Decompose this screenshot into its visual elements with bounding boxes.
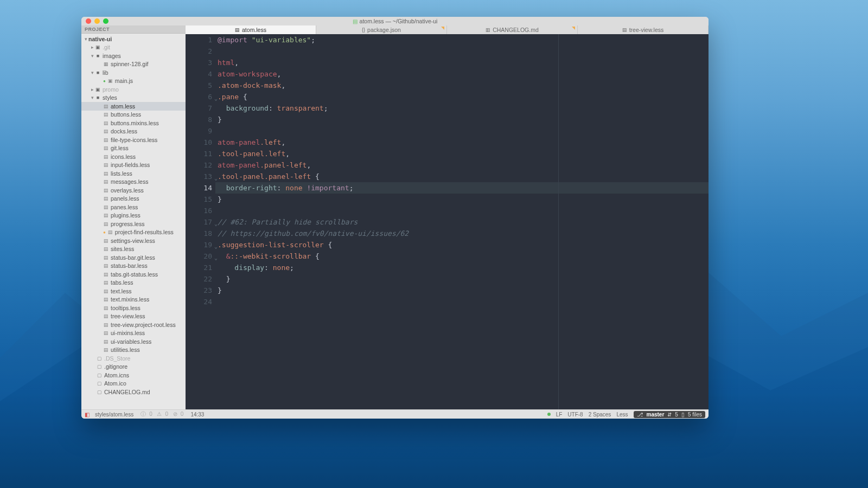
tree-file[interactable]: ▤settings-view.less: [81, 236, 186, 245]
chevron-right-icon[interactable]: ▸: [90, 87, 95, 92]
code-line[interactable]: &::-webkit-scrollbar {: [215, 251, 709, 262]
tree-file[interactable]: ▤ui-mixins.less: [81, 329, 186, 338]
chevron-right-icon[interactable]: ▸: [90, 44, 95, 50]
code-area[interactable]: @import "ui-variables"; html,atom-worksp…: [215, 34, 709, 409]
tree-file[interactable]: ▢.DS_Store: [81, 354, 186, 363]
code-line[interactable]: html,: [215, 57, 709, 68]
tree-file[interactable]: ▤lists.less: [81, 169, 186, 178]
tree-file[interactable]: ▤status-bar.less: [81, 262, 186, 271]
tree-file[interactable]: ▦ spinner-128.gif: [81, 60, 186, 69]
code-line[interactable]: }: [215, 194, 709, 205]
tree-folder[interactable]: ▾ ■ images: [81, 52, 186, 60]
git-status[interactable]: ⎇master ⇵5 ▯5 files: [634, 411, 706, 418]
tab-changelog[interactable]: ▥ CHANGELOG.md: [447, 25, 578, 34]
status-file-path[interactable]: styles/atom.less: [95, 412, 133, 418]
code-line[interactable]: .tool-panel.panel-left {: [215, 171, 709, 182]
indent[interactable]: 2 Spaces: [589, 412, 611, 418]
tree-file[interactable]: ▤progress.less: [81, 220, 186, 228]
tree-file[interactable]: ● ▣ main.js: [81, 77, 186, 86]
tree-folder[interactable]: ▾ ■ lib: [81, 68, 186, 77]
code-line[interactable]: @import "ui-variables";: [215, 34, 709, 46]
tree-file[interactable]: ▤tooltips.less: [81, 304, 186, 312]
tree-file[interactable]: ▤atom.less: [81, 102, 186, 111]
code-line[interactable]: [215, 125, 709, 137]
code-line[interactable]: .suggestion-list-scroller {: [215, 239, 709, 251]
tree-file[interactable]: ▤buttons.less: [81, 111, 186, 119]
code-line[interactable]: // https://github.com/fv0/native-ui/issu…: [215, 228, 709, 239]
line-ending[interactable]: LF: [556, 412, 563, 418]
code-line[interactable]: .atom-dock-mask,: [215, 80, 709, 91]
code-line[interactable]: [215, 296, 709, 307]
tree-file[interactable]: ▤icons.less: [81, 152, 186, 161]
tree-file[interactable]: ▤overlays.less: [81, 186, 186, 195]
status-bar: ◧ styles/atom.less ⓘ0 ⚠0 ⊘0 14:33 LF UTF…: [81, 409, 709, 419]
tree-file[interactable]: ▤tabs.less: [81, 279, 186, 287]
line-gutter[interactable]: 123456⌄78910111213⌄14151617⌄1819⌄20⌄2122…: [186, 34, 215, 409]
tree-folder[interactable]: ▸ ▣ .git: [81, 43, 186, 52]
titlebar[interactable]: ▤ atom.less — ~/Github/native-ui: [81, 17, 709, 25]
tree-file[interactable]: ●▤project-find-results.less: [81, 228, 186, 237]
cursor-position[interactable]: 14:33: [190, 412, 204, 418]
tree-file[interactable]: ▤panels.less: [81, 195, 186, 203]
less-icon: ▤: [103, 154, 109, 159]
tree-file[interactable]: ▢CHANGELOG.md: [81, 388, 186, 396]
code-line[interactable]: }: [215, 273, 709, 285]
tree-folder[interactable]: ▸ ▣ promo: [81, 85, 186, 94]
tree-file[interactable]: ▤panes.less: [81, 203, 186, 211]
tree-root[interactable]: ▾ native-ui: [81, 35, 186, 43]
tree-file[interactable]: ▤status-bar.git.less: [81, 253, 186, 262]
tree-file[interactable]: ▤buttons.mixins.less: [81, 119, 186, 127]
tree-folder[interactable]: ▾ ■ styles: [81, 94, 186, 102]
code-line[interactable]: atom-panel.left,: [215, 137, 709, 148]
code-line[interactable]: background: transparent;: [215, 102, 709, 114]
code-line[interactable]: .tool-panel.left,: [215, 148, 709, 159]
error-icon: ⊘: [173, 411, 177, 417]
tree-file[interactable]: ▤text.less: [81, 287, 186, 296]
chevron-down-icon[interactable]: ▾: [84, 36, 88, 42]
code-line[interactable]: [215, 205, 709, 216]
tree-file[interactable]: ▤tabs.git-status.less: [81, 270, 186, 279]
markdown-icon: ▥: [486, 27, 490, 33]
tree-file[interactable]: ▤utilities.less: [81, 346, 186, 355]
code-line[interactable]: display: none;: [215, 262, 709, 273]
code-line[interactable]: }: [215, 285, 709, 296]
tab-package-json[interactable]: {} package.json: [316, 25, 447, 34]
tree-file[interactable]: ▤tree-view.project-root.less: [81, 320, 186, 329]
tree-file[interactable]: ▤file-type-icons.less: [81, 136, 186, 144]
tree-file[interactable]: ▤tree-view.less: [81, 312, 186, 321]
tree-file[interactable]: ▤git.less: [81, 144, 186, 153]
window-title: ▤ atom.less — ~/Github/native-ui: [81, 18, 709, 24]
tree-file[interactable]: ▤sites.less: [81, 245, 186, 254]
tree-file[interactable]: ▢Atom.ico: [81, 380, 186, 388]
code-line[interactable]: }: [215, 114, 709, 125]
deprecation-icon[interactable]: ◧: [85, 412, 90, 418]
grammar[interactable]: Less: [616, 412, 628, 418]
chevron-down-icon[interactable]: ▾: [90, 70, 95, 75]
tree-file[interactable]: ▤docks.less: [81, 127, 186, 136]
code-line[interactable]: [215, 46, 709, 57]
tree-file[interactable]: ▢.gitignore: [81, 363, 186, 371]
code-line[interactable]: border-right: none !important;: [215, 182, 709, 194]
code-line[interactable]: atom-panel.panel-left,: [215, 159, 709, 171]
code-editor[interactable]: 123456⌄78910111213⌄14151617⌄1819⌄20⌄2122…: [186, 34, 709, 409]
modified-icon: [572, 27, 575, 30]
code-line[interactable]: // #62: Partially hide scrollbars: [215, 216, 709, 228]
tree-file[interactable]: ▢Atom.icns: [81, 371, 186, 380]
less-icon: ▤: [103, 297, 109, 302]
chevron-down-icon[interactable]: ▾: [90, 53, 95, 59]
encoding[interactable]: UTF-8: [567, 412, 583, 418]
diagnostics[interactable]: ⓘ0 ⚠0 ⊘0: [139, 410, 185, 418]
file-tree[interactable]: ▾ native-ui ▸ ▣ .git ▾ ■ images ▦ spin: [81, 34, 186, 409]
tree-file[interactable]: ▤messages.less: [81, 178, 186, 187]
tree-file[interactable]: ▤text.mixins.less: [81, 296, 186, 304]
tree-file[interactable]: ▤plugins.less: [81, 211, 186, 220]
code-line[interactable]: .pane {: [215, 91, 709, 102]
chevron-down-icon[interactable]: ▾: [90, 95, 95, 100]
tab-atom-less[interactable]: ▤ atom.less: [186, 25, 316, 34]
tree-file[interactable]: ▤ui-variables.less: [81, 337, 186, 346]
tree-file[interactable]: ▤input-fields.less: [81, 161, 186, 170]
file-icon: ▢: [97, 389, 103, 395]
less-icon: ▤: [103, 204, 109, 210]
code-line[interactable]: atom-workspace,: [215, 68, 709, 80]
tab-tree-view-less[interactable]: ▤ tree-view.less: [578, 25, 709, 34]
